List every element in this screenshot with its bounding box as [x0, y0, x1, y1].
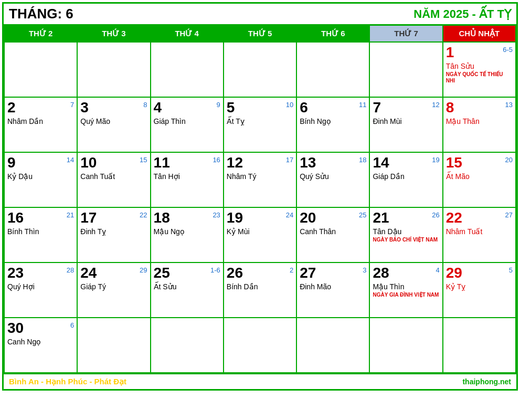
- lunar-number: 6: [70, 321, 74, 329]
- day-number: 22: [446, 210, 513, 226]
- day-number: 26: [227, 265, 293, 281]
- calendar-cell: 1621Bính Thìn: [4, 207, 77, 262]
- day-number: 13: [300, 155, 366, 171]
- calendar-cell: 914Kỷ Dậu: [4, 152, 77, 207]
- day-number: 7: [373, 100, 439, 116]
- can-chi: Giáp Thìn: [154, 117, 220, 125]
- lunar-number: 22: [140, 211, 147, 219]
- can-chi: Ất Sửu: [154, 282, 220, 291]
- calendar-week-row: 1621Bính Thìn1722Đinh Tỵ1823Mậu Ngọ1924K…: [4, 207, 516, 262]
- calendar-cell: 284Mậu ThìnNGÀY GIA ĐÌNH VIỆT NAM: [369, 262, 442, 318]
- calendar-week-row: 914Kỷ Dậu1015Canh Tuất1116Tân Hợi1217Nhâ…: [4, 152, 516, 207]
- lunar-number: 29: [140, 266, 147, 274]
- lunar-number: 25: [359, 211, 366, 219]
- can-chi: Kỷ Mùi: [227, 227, 293, 236]
- can-chi: Kỷ Dậu: [7, 172, 74, 181]
- calendar-cell: 2328Quý Hợi: [4, 262, 77, 318]
- calendar-cell: [224, 318, 296, 373]
- calendar-cell: 1722Đinh Tỵ: [77, 207, 150, 262]
- can-chi: Giáp Tý: [80, 282, 147, 291]
- weekday-header-cell: THỨ 4: [151, 25, 224, 43]
- calendar-cell: [296, 42, 369, 97]
- calendar-cell: 1419Giáp Dần: [369, 152, 442, 207]
- weekday-header-cell: THỨ 5: [224, 25, 296, 43]
- calendar-cell: [369, 318, 442, 373]
- day-number: 23: [7, 265, 74, 281]
- weekday-header-cell: THỨ 2: [4, 25, 77, 43]
- can-chi: Đinh Mão: [300, 282, 366, 291]
- lunar-number: 7: [70, 101, 74, 109]
- calendar-wrapper: THÁNG: 6 NĂM 2025 - ẤT TỴ THỨ 2THỨ 3THỨ …: [2, 2, 518, 391]
- day-number: 24: [80, 265, 147, 281]
- day-number: 14: [373, 155, 439, 171]
- lunar-number: 16: [213, 156, 220, 164]
- calendar-cell: [77, 318, 150, 373]
- day-number: 20: [300, 210, 366, 226]
- day-number: 18: [154, 210, 220, 226]
- can-chi: Bính Ngọ: [300, 117, 366, 125]
- can-chi: Đinh Tỵ: [80, 227, 147, 236]
- can-chi: Canh Ngọ: [7, 338, 74, 346]
- can-chi: Quý Sửu: [300, 172, 366, 181]
- can-chi: Canh Thân: [300, 227, 366, 236]
- calendar-cell: 38Quý Mão: [77, 97, 150, 152]
- day-number: 4: [154, 100, 220, 116]
- lunar-number: 10: [286, 101, 293, 109]
- weekday-header-cell: THỨ 7: [369, 25, 442, 43]
- calendar-cell: 27Nhâm Dần: [4, 97, 77, 152]
- can-chi: Tân Dậu: [373, 227, 439, 236]
- day-number: 27: [300, 265, 366, 281]
- can-chi: Quý Hợi: [7, 282, 74, 291]
- calendar-footer: Bình An - Hạnh Phúc - Phát Đạt thaiphong…: [4, 373, 516, 389]
- calendar-week-row: 306Canh Ngọ: [4, 318, 516, 373]
- calendar-cell: 295Kỷ Tỵ: [443, 262, 516, 318]
- calendar-cell: 1924Kỷ Mùi: [224, 207, 296, 262]
- holiday-note: NGÀY BÁO CHÍ VIỆT NAM: [373, 237, 439, 243]
- calendar-cell: 1520Ất Mão: [443, 152, 516, 207]
- holiday-note: NGÀY GIA ĐÌNH VIỆT NAM: [373, 292, 439, 298]
- lunar-number: 6-5: [503, 46, 513, 54]
- calendar-cell: [151, 42, 224, 97]
- calendar-cell: 1116Tân Hợi: [151, 152, 224, 207]
- calendar-header: THÁNG: 6 NĂM 2025 - ẤT TỴ: [4, 4, 516, 24]
- lunar-number: 12: [432, 101, 439, 109]
- can-chi: Nhâm Tý: [227, 172, 293, 181]
- calendar-cell: 306Canh Ngọ: [4, 318, 77, 373]
- day-number: 15: [446, 155, 513, 171]
- calendar-cell: 2227Nhâm Tuất: [443, 207, 516, 262]
- day-number: 30: [7, 320, 74, 337]
- lunar-number: 1-6: [210, 266, 220, 274]
- day-number: 3: [80, 100, 147, 116]
- can-chi: Mậu Thìn: [373, 282, 439, 291]
- lunar-number: 15: [140, 156, 147, 164]
- day-number: 17: [80, 210, 147, 226]
- calendar-grid: THỨ 2THỨ 3THỨ 4THỨ 5THỨ 6THỨ 7CHỦ NHẬT 1…: [4, 24, 516, 373]
- day-number: 2: [7, 100, 74, 116]
- day-number: 16: [7, 210, 74, 226]
- calendar-week-row: 27Nhâm Dần38Quý Mão49Giáp Thìn510Ất Tỵ61…: [4, 97, 516, 152]
- lunar-number: 13: [505, 101, 513, 109]
- lunar-number: 20: [505, 156, 513, 164]
- calendar-cell: [77, 42, 150, 97]
- holiday-note: NGÀY QUỐC TẾ THIẾU NHI: [446, 71, 513, 84]
- year-label: NĂM 2025 - ẤT TỴ: [413, 7, 511, 21]
- day-number: 5: [227, 100, 293, 116]
- footer-right: thaiphong.net: [462, 377, 511, 386]
- can-chi: Tân Hợi: [154, 172, 220, 181]
- can-chi: Canh Tuất: [80, 172, 147, 181]
- calendar-cell: 2429Giáp Tý: [77, 262, 150, 318]
- calendar-cell: 813Mậu Thân: [443, 97, 516, 152]
- can-chi: Giáp Dần: [373, 172, 439, 181]
- calendar-cell: [4, 42, 77, 97]
- lunar-number: 5: [509, 266, 513, 274]
- weekday-header-row: THỨ 2THỨ 3THỨ 4THỨ 5THỨ 6THỨ 7CHỦ NHẬT: [4, 25, 516, 43]
- can-chi: Nhâm Dần: [7, 117, 74, 125]
- lunar-number: 3: [363, 266, 366, 274]
- calendar-week-row: 2328Quý Hợi2429Giáp Tý251-6Ất Sửu262Bính…: [4, 262, 516, 318]
- weekday-header-cell: THỨ 6: [296, 25, 369, 43]
- lunar-number: 2: [290, 266, 293, 274]
- can-chi: Bính Thìn: [7, 227, 74, 236]
- calendar-cell: 611Bính Ngọ: [296, 97, 369, 152]
- can-chi: Đinh Mùi: [373, 117, 439, 125]
- lunar-number: 4: [436, 266, 439, 274]
